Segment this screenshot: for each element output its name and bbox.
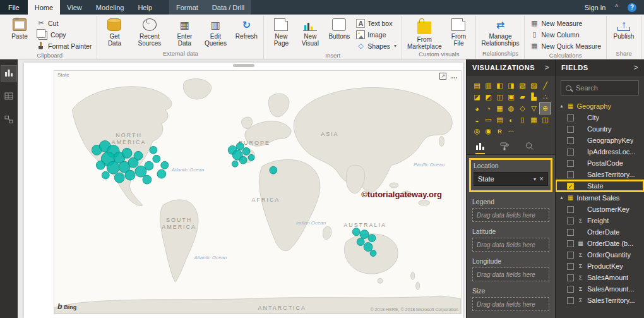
viz-donut-chart-icon[interactable]: ◔ <box>483 103 494 114</box>
more-options-icon[interactable]: … <box>451 72 458 80</box>
viz-treemap-icon[interactable]: ▦ <box>494 103 505 114</box>
viz-gauge-icon[interactable]: ◒ <box>472 114 482 125</box>
viz-line-chart-icon[interactable]: ╱ <box>540 80 551 91</box>
buttons-button[interactable]: Buttons <box>325 16 353 40</box>
new-page-button[interactable]: New Page <box>267 16 295 47</box>
map-bubble[interactable] <box>114 173 124 183</box>
viz-line-clustered-column-chart-icon[interactable]: ◫ <box>494 92 505 102</box>
viz-multi-row-card-icon[interactable]: ▤ <box>494 114 505 125</box>
viz-ribbon-chart-icon[interactable]: ▰ <box>517 92 528 102</box>
field-checkbox[interactable] <box>567 171 574 178</box>
field-row-country[interactable]: Country <box>556 123 644 135</box>
well-dropzone-longitude[interactable]: Drag data fields here <box>472 267 549 281</box>
well-field-state[interactable]: State▾× <box>474 172 548 186</box>
map-bubble[interactable] <box>161 161 169 169</box>
map-bubble[interactable] <box>153 155 160 162</box>
image-button[interactable]: Image <box>354 29 398 40</box>
report-view-button[interactable] <box>1 66 16 81</box>
text-box-button[interactable]: AText box <box>354 18 398 28</box>
field-checkbox[interactable] <box>567 114 574 121</box>
field-row-ipaddressloc[interactable]: IpAddressLoc... <box>556 146 644 157</box>
tab-data-drill[interactable]: Data / Drill <box>205 0 251 15</box>
field-checkbox[interactable]: ✓ <box>567 183 574 190</box>
remove-field-icon[interactable]: × <box>539 174 544 183</box>
map-bubble[interactable] <box>242 147 250 155</box>
field-row-customerkey[interactable]: CustomerKey <box>556 204 644 215</box>
analytics-tab[interactable] <box>525 142 534 154</box>
map-bubble[interactable] <box>143 175 152 184</box>
viz-stacked-column-chart-icon[interactable]: ▥ <box>483 80 494 91</box>
viz-shape-map-icon[interactable]: ◇ <box>517 103 528 114</box>
map-bubble[interactable] <box>352 228 360 236</box>
field-checkbox[interactable] <box>567 126 574 133</box>
field-checkbox[interactable] <box>567 252 574 259</box>
map-bubble[interactable] <box>232 161 238 167</box>
map-bubble[interactable] <box>370 250 376 257</box>
field-row-freight[interactable]: ΣFreight <box>556 215 644 226</box>
viz-kpi-icon[interactable]: ◐ <box>506 114 516 125</box>
from-marketplace-button[interactable]: From Marketplace <box>405 16 443 50</box>
map-bubble[interactable] <box>270 166 277 174</box>
field-row-salesterritory[interactable]: ΣSalesTerritory... <box>556 295 644 306</box>
collapse-ribbon-icon[interactable]: ^ <box>615 4 618 11</box>
well-dropzone-legend[interactable]: Drag data fields here <box>472 208 549 222</box>
tab-view[interactable]: View <box>60 0 89 15</box>
map-bubble[interactable] <box>150 146 157 154</box>
enter-data-button[interactable]: ▦Enter Data <box>170 16 198 47</box>
field-row-city[interactable]: City <box>556 112 644 123</box>
tab-home[interactable]: Home <box>28 0 60 15</box>
new-quick-measure-button[interactable]: ▦New Quick Measure <box>528 40 603 51</box>
report-page[interactable]: State ↗ … <box>24 63 463 318</box>
search-input[interactable] <box>576 84 634 92</box>
viz-100-stacked-column-chart-icon[interactable]: ▨ <box>528 80 539 91</box>
get-data-button[interactable]: Get Data <box>100 16 128 47</box>
viz-arcgis-map-icon[interactable]: ◎ <box>472 126 482 137</box>
viz-table-icon[interactable]: ▦ <box>528 114 539 125</box>
field-row-state[interactable]: ✓State <box>556 180 644 192</box>
viz-funnel-chart-icon[interactable]: ▽ <box>528 103 539 114</box>
tab-modeling[interactable]: Modeling <box>89 0 131 15</box>
field-row-salesamount[interactable]: ΣSalesAmount... <box>556 283 644 295</box>
viz-card-icon[interactable]: ▭ <box>483 114 494 125</box>
expand-icon[interactable]: ▲ <box>559 104 564 108</box>
map-bubble[interactable] <box>360 230 369 239</box>
data-view-button[interactable] <box>1 89 16 104</box>
recent-sources-button[interactable]: Recent Sources <box>129 16 169 47</box>
field-checkbox[interactable] <box>567 206 574 213</box>
viz-clustered-bar-chart-icon[interactable]: ◧ <box>494 80 505 91</box>
focus-mode-icon[interactable]: ↗ <box>439 73 446 80</box>
field-checkbox[interactable] <box>567 137 574 144</box>
expand-icon[interactable]: ▲ <box>559 195 564 200</box>
help-icon[interactable]: ? <box>628 3 636 12</box>
cut-button[interactable]: ✂Cut <box>35 18 93 28</box>
viz-more-options-icon[interactable]: ··· <box>506 126 516 137</box>
field-row-orderquantity[interactable]: ΣOrderQuantity <box>556 249 644 260</box>
new-column-button[interactable]: ▯New Column <box>528 29 603 40</box>
map-bubble[interactable] <box>96 161 105 169</box>
map-bubble[interactable] <box>145 161 153 170</box>
viz-waterfall-chart-icon[interactable]: ▙ <box>528 92 539 102</box>
map-bubble[interactable] <box>134 151 143 160</box>
map-bubble[interactable] <box>364 243 373 252</box>
collapse-visualizations-icon[interactable]: > <box>544 63 549 72</box>
viz-stacked-area-chart-icon[interactable]: ◩ <box>483 92 494 102</box>
viz-map-icon[interactable]: ⊕ <box>540 103 551 114</box>
refresh-button[interactable]: ↻Refresh <box>232 16 260 40</box>
page-drag-handle[interactable] <box>233 64 254 67</box>
field-checkbox[interactable] <box>567 297 574 304</box>
field-checkbox[interactable] <box>567 240 574 247</box>
viz-filled-map-icon[interactable]: ◍ <box>506 103 516 114</box>
map-bubble[interactable] <box>107 161 119 174</box>
world-map[interactable]: NORTH AMERICA SOUTH AMERICA EUROPE ASIA … <box>54 71 461 314</box>
map-bubble[interactable] <box>102 171 109 179</box>
from-file-button[interactable]: From File <box>444 16 472 47</box>
map-bubble[interactable] <box>157 169 166 178</box>
field-row-productkey[interactable]: ΣProductKey <box>556 260 644 272</box>
map-bubble[interactable] <box>122 148 132 158</box>
field-checkbox[interactable] <box>567 274 574 281</box>
tab-help[interactable]: Help <box>131 0 159 15</box>
viz-clustered-column-chart-icon[interactable]: ◨ <box>506 80 516 91</box>
viz-stacked-bar-chart-icon[interactable]: ▤ <box>472 80 482 91</box>
field-row-postalcode[interactable]: PostalCode <box>556 157 644 169</box>
viz-100-stacked-bar-chart-icon[interactable]: ▧ <box>517 80 528 91</box>
